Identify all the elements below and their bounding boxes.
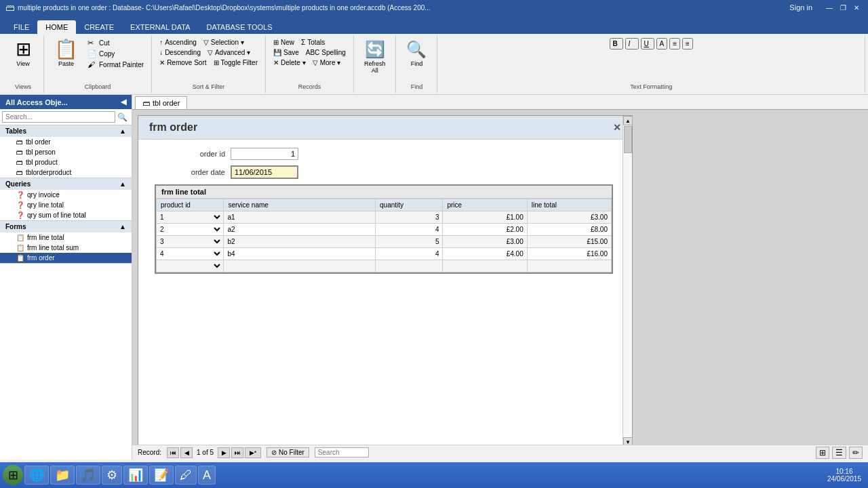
underline-button[interactable]: U — [641, 38, 654, 49]
toggle-filter-button[interactable]: ⊞ Toggle Filter — [212, 58, 260, 67]
quantity-input[interactable] — [376, 249, 441, 259]
scroll-up-button[interactable]: ▲ — [623, 116, 633, 125]
find-button[interactable]: 🔍 Find — [401, 38, 431, 69]
price-input[interactable] — [443, 249, 526, 259]
view-btn-form[interactable]: ✏ — [849, 447, 863, 459]
product-id-select[interactable]: 2 — [157, 225, 222, 234]
nav-item-qry-sum-of-line-total[interactable]: ❓ qry sum of line total — [0, 210, 132, 220]
next-record-button[interactable]: ▶ — [218, 447, 230, 458]
quantity-input[interactable] — [376, 212, 441, 222]
form-close-button[interactable]: ✕ — [613, 122, 621, 133]
taskbar-app7-button[interactable]: 🖊 — [175, 466, 197, 485]
spelling-button[interactable]: ABC Spelling — [304, 48, 348, 57]
order-id-input[interactable] — [231, 148, 298, 160]
taskbar-app6-button[interactable]: 📝 — [149, 466, 174, 485]
tab-file[interactable]: FILE — [5, 20, 37, 34]
taskbar-app8-button[interactable]: A — [198, 466, 216, 485]
nav-item-tblorderproduct[interactable]: 🗃 tblorderproduct — [0, 167, 132, 178]
line-total-input[interactable] — [528, 261, 610, 271]
filter-button[interactable]: ⊘ No Filter — [267, 447, 309, 458]
new-button[interactable]: ⊞ New — [271, 38, 296, 47]
price-input[interactable] — [443, 224, 526, 235]
cut-button[interactable]: ✂ Cut — [85, 38, 146, 48]
service-name-input[interactable] — [224, 212, 374, 222]
quantity-input[interactable] — [376, 237, 441, 247]
nav-item-tbl-order[interactable]: 🗃 tbl order — [0, 137, 132, 147]
order-date-input[interactable] — [231, 165, 298, 179]
line-total-input[interactable] — [528, 212, 610, 222]
view-btn-grid[interactable]: ⊞ — [816, 447, 829, 459]
last-record-button[interactable]: ⏭ — [231, 447, 243, 458]
align-center-button[interactable]: ≡ — [682, 38, 693, 49]
tab-database-tools[interactable]: DATABASE TOOLS — [198, 20, 280, 34]
nav-queries-header[interactable]: Queries ▲ — [0, 178, 132, 190]
doc-tab-tbl-order[interactable]: 🗃 tbl order — [135, 96, 187, 109]
nav-item-tbl-product[interactable]: 🗃 tbl product — [0, 157, 132, 167]
line-total-input[interactable] — [528, 237, 610, 247]
close-button[interactable]: ✕ — [850, 3, 863, 12]
font-color-button[interactable]: A — [656, 38, 668, 49]
price-input[interactable] — [443, 261, 526, 271]
start-button[interactable]: ⊞ — [3, 465, 23, 485]
selection-button[interactable]: ▽ Selection ▾ — [201, 38, 246, 47]
product-id-select[interactable]: 1 — [157, 213, 222, 222]
line-total-input[interactable] — [528, 249, 610, 259]
taskbar-explorer-button[interactable]: 📁 — [50, 466, 75, 485]
descending-button[interactable]: ↓ Descending — [157, 48, 203, 57]
nav-item-frm-order[interactable]: 📋 frm order — [0, 253, 132, 263]
taskbar-app5-button[interactable]: 📊 — [123, 466, 148, 485]
view-button[interactable]: ⊞ View — [8, 38, 38, 69]
bold-button[interactable]: B — [610, 38, 623, 49]
minimize-button[interactable]: — — [823, 3, 835, 12]
save-button[interactable]: 💾 Save — [271, 48, 301, 57]
taskbar-app4-button[interactable]: ⚙ — [102, 466, 122, 485]
align-left-button[interactable]: ≡ — [669, 38, 680, 49]
search-input[interactable] — [315, 447, 369, 458]
nav-item-qry-invoice[interactable]: ❓ qry invoice — [0, 190, 132, 200]
remove-sort-button[interactable]: ✕ Remove Sort — [157, 58, 208, 67]
prev-record-button[interactable]: ◀ — [180, 447, 193, 458]
refresh-all-button[interactable]: 🔄 RefreshAll — [359, 38, 391, 76]
taskbar-app3-button[interactable]: 🎵 — [76, 466, 100, 485]
price-input[interactable] — [443, 212, 526, 222]
first-record-button[interactable]: ⏮ — [167, 447, 179, 458]
sign-in-link[interactable]: Sign in — [789, 3, 812, 12]
tab-create[interactable]: CREATE — [76, 20, 122, 34]
totals-button[interactable]: Σ Totals — [299, 38, 327, 47]
restore-button[interactable]: ❐ — [837, 3, 849, 12]
product-id-select[interactable]: 4 — [157, 249, 222, 258]
nav-forms-header[interactable]: Forms ▲ — [0, 221, 132, 232]
format-painter-button[interactable]: 🖌 Format Painter — [85, 60, 146, 69]
view-btn-list[interactable]: ☰ — [832, 447, 846, 459]
more-button[interactable]: ▽ More ▾ — [311, 58, 343, 67]
product-id-select[interactable]: 3 — [157, 237, 222, 246]
service-name-input[interactable] — [224, 224, 374, 235]
copy-button[interactable]: 📄 Copy — [85, 49, 146, 59]
quantity-input[interactable] — [376, 224, 441, 235]
nav-search-input[interactable] — [2, 111, 115, 123]
nav-item-qry-line-total[interactable]: ❓ qry line total — [0, 200, 132, 210]
tab-home[interactable]: HOME — [37, 20, 76, 34]
line-total-input[interactable] — [528, 224, 610, 235]
scroll-down-button[interactable]: ▼ — [623, 437, 633, 445]
tab-external-data[interactable]: EXTERNAL DATA — [122, 20, 198, 34]
nav-item-frm-line-total-sum[interactable]: 📋 frm line total sum — [0, 243, 132, 253]
product-id-select[interactable] — [157, 262, 222, 270]
advanced-button[interactable]: ▽ Advanced ▾ — [205, 48, 252, 57]
quantity-input[interactable] — [376, 261, 441, 271]
paste-button[interactable]: 📋 Paste — [50, 38, 83, 69]
nav-item-frm-line-total[interactable]: 📋 frm line total — [0, 232, 132, 243]
nav-search-button[interactable]: 🔍 — [115, 112, 130, 123]
nav-item-tbl-person[interactable]: 🗃 tbl person — [0, 147, 132, 157]
delete-button[interactable]: ✕ Delete ▾ — [271, 58, 308, 67]
service-name-input[interactable] — [224, 261, 374, 271]
price-input[interactable] — [443, 237, 526, 247]
italic-button[interactable]: I — [625, 38, 639, 49]
taskbar-ie-button[interactable]: 🌐 — [24, 466, 49, 485]
service-name-input[interactable] — [224, 237, 374, 247]
new-record-button[interactable]: ▶* — [245, 447, 261, 458]
nav-tables-header[interactable]: Tables ▲ — [0, 125, 132, 137]
ascending-button[interactable]: ↑ Ascending — [157, 38, 199, 47]
service-name-input[interactable] — [224, 249, 374, 259]
scrollbar-thumb[interactable] — [624, 126, 632, 153]
